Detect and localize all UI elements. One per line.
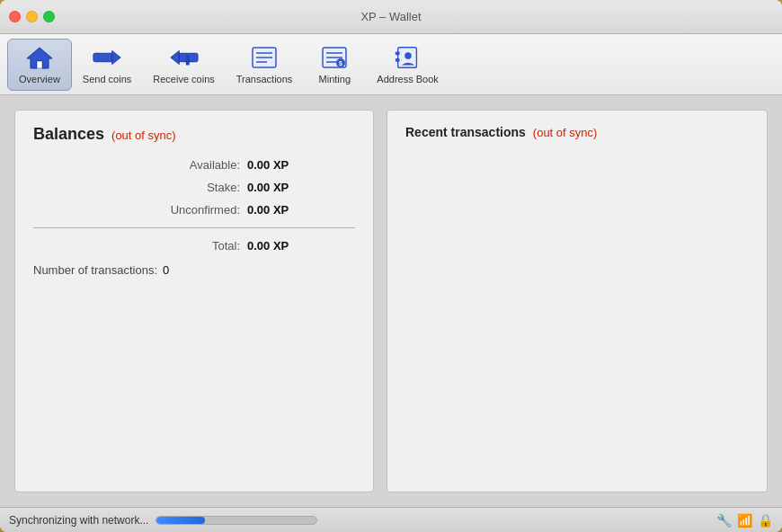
stake-row: Stake: 0.00 XP — [33, 181, 355, 194]
sync-progress-bar — [156, 516, 317, 525]
stake-label: Stake: — [207, 181, 240, 194]
transactions-header: Recent transactions (out of sync) — [405, 125, 749, 139]
receive-coins-icon — [170, 45, 199, 70]
svg-rect-19 — [395, 51, 399, 55]
balances-title: Balances — [33, 125, 104, 144]
svg-rect-1 — [37, 61, 42, 68]
tab-minting[interactable]: $ Minting — [303, 40, 366, 90]
svg-rect-7 — [185, 55, 189, 65]
tab-transactions[interactable]: Transactions — [226, 40, 304, 90]
svg-marker-3 — [112, 50, 120, 64]
tab-overview-label: Overview — [19, 74, 60, 84]
minting-icon: $ — [320, 45, 349, 70]
home-icon — [25, 45, 54, 70]
tab-address-book-label: Address Book — [377, 74, 438, 84]
svg-rect-20 — [395, 58, 399, 61]
total-value: 0.00 XP — [247, 239, 319, 253]
tab-receive-coins[interactable]: Receive coins — [142, 40, 225, 90]
balances-out-of-sync: (out of sync) — [111, 129, 176, 142]
available-label: Available: — [190, 158, 240, 172]
tab-overview[interactable]: Overview — [7, 39, 72, 91]
num-transactions-label: Number of transactions: — [33, 263, 157, 277]
minimize-button[interactable] — [26, 11, 38, 22]
total-row: Total: 0.00 XP — [33, 239, 355, 253]
available-value: 0.00 XP — [247, 158, 319, 172]
tools-icon: 🔧 — [716, 513, 732, 528]
signal-icon: 📶 — [737, 513, 752, 528]
tab-minting-label: Minting — [319, 74, 351, 84]
transactions-icon — [250, 45, 279, 70]
main-window: XP – Wallet Overview Send coins — [0, 0, 782, 532]
sync-status-text: Synchronizing with network... — [9, 514, 148, 527]
tab-send-coins[interactable]: Send coins — [72, 40, 142, 90]
maximize-button[interactable] — [43, 11, 55, 22]
statusbar: Synchronizing with network... 🔧 📶 🔒 — [0, 507, 782, 532]
svg-rect-2 — [93, 53, 112, 61]
svg-text:$: $ — [339, 60, 342, 67]
svg-marker-5 — [170, 50, 178, 64]
total-label: Total: — [212, 239, 240, 253]
tab-transactions-label: Transactions — [236, 74, 293, 84]
window-controls — [9, 11, 55, 22]
statusbar-right: 🔧 📶 🔒 — [716, 513, 773, 528]
unconfirmed-value: 0.00 XP — [247, 203, 319, 217]
stake-value: 0.00 XP — [247, 181, 319, 194]
svg-point-21 — [404, 52, 412, 59]
titlebar: XP – Wallet — [0, 0, 782, 34]
main-content: Balances (out of sync) Available: 0.00 X… — [0, 95, 782, 507]
lock-icon: 🔒 — [758, 513, 773, 528]
transactions-out-of-sync: (out of sync) — [533, 126, 598, 139]
balances-header: Balances (out of sync) — [33, 125, 355, 144]
window-title: XP – Wallet — [360, 10, 421, 23]
unconfirmed-label: Unconfirmed: — [171, 203, 240, 217]
num-transactions-row: Number of transactions: 0 — [33, 263, 355, 277]
transactions-title: Recent transactions — [405, 125, 526, 139]
recent-transactions-panel: Recent transactions (out of sync) — [387, 110, 768, 492]
balance-divider — [33, 227, 355, 228]
send-coins-icon — [93, 45, 121, 70]
tab-address-book[interactable]: Address Book — [366, 40, 449, 90]
tab-send-coins-label: Send coins — [83, 74, 131, 84]
sync-progress-fill — [156, 517, 204, 524]
balances-panel: Balances (out of sync) Available: 0.00 X… — [14, 110, 374, 492]
num-transactions-value: 0 — [163, 263, 169, 277]
available-row: Available: 0.00 XP — [33, 158, 355, 172]
toolbar: Overview Send coins — [0, 34, 782, 95]
close-button[interactable] — [9, 11, 21, 22]
address-book-icon — [394, 45, 422, 70]
tab-receive-coins-label: Receive coins — [153, 74, 214, 84]
unconfirmed-row: Unconfirmed: 0.00 XP — [33, 203, 355, 217]
